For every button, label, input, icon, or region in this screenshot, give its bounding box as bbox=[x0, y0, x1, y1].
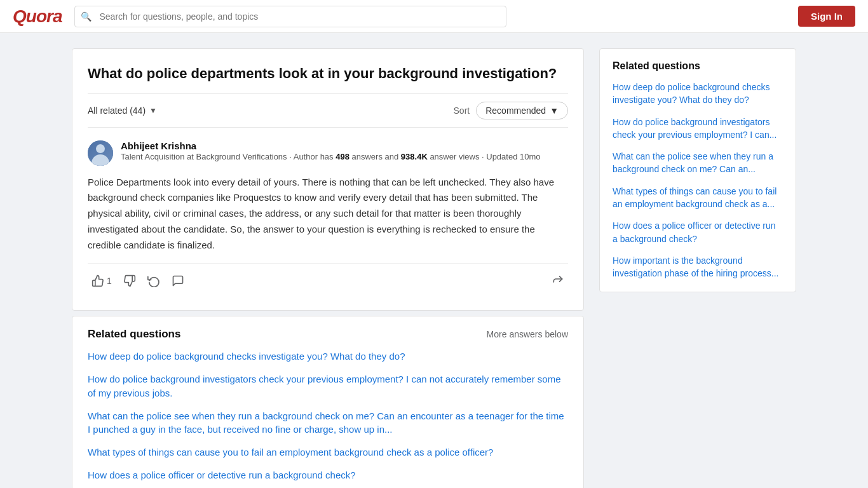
upvote-icon bbox=[92, 274, 104, 287]
share-button[interactable] bbox=[144, 272, 164, 290]
related-question-link[interactable]: What types of things can cause you to fa… bbox=[88, 445, 568, 459]
quora-logo: Quora bbox=[13, 6, 62, 27]
author-bio-mid: answers and bbox=[349, 152, 401, 161]
action-bar: 1 bbox=[88, 263, 568, 297]
author-bio-prefix: Talent Acquisition at Background Verific… bbox=[121, 152, 336, 161]
right-sidebar: Related questions How deep do police bac… bbox=[599, 48, 796, 292]
action-right bbox=[548, 270, 568, 291]
downvote-button[interactable] bbox=[119, 272, 140, 290]
more-answers-label: More answers below bbox=[487, 329, 568, 339]
sidebar-question-link[interactable]: How do police background investigators c… bbox=[613, 116, 783, 142]
question-card: What do police departments look at in yo… bbox=[72, 48, 584, 311]
sidebar-links-list: How deep do police background checks inv… bbox=[613, 81, 783, 280]
recommended-label: Recommended bbox=[485, 105, 546, 116]
sidebar-question-link[interactable]: How deep do police background checks inv… bbox=[613, 81, 783, 107]
author-name[interactable]: Abhijeet Krishna bbox=[121, 140, 568, 151]
chevron-down-icon: ▼ bbox=[550, 105, 559, 116]
sidebar-question-link[interactable]: What types of things can cause you to fa… bbox=[613, 185, 783, 211]
related-inline-card: Related questions More answers below How… bbox=[72, 316, 584, 488]
center-content: What do police departments look at in yo… bbox=[72, 48, 584, 488]
author-answers: 498 bbox=[336, 152, 349, 161]
author-bio-suffix: answer views · Updated 10mo bbox=[428, 152, 541, 161]
avatar bbox=[88, 140, 113, 166]
sidebar-question-link[interactable]: How important is the background investig… bbox=[613, 254, 783, 280]
related-inline-title: Related questions bbox=[88, 328, 180, 341]
related-question-link[interactable]: What can the police see when they run a … bbox=[88, 409, 568, 437]
author-row: Abhijeet Krishna Talent Acquisition at B… bbox=[88, 140, 568, 166]
related-question-link[interactable]: How do police background investigators c… bbox=[88, 372, 568, 400]
forward-button[interactable] bbox=[548, 270, 568, 291]
question-title: What do police departments look at in yo… bbox=[88, 64, 568, 83]
header-right: Sign In bbox=[798, 6, 855, 27]
search-icon: 🔍 bbox=[81, 11, 92, 22]
answer-section: Abhijeet Krishna Talent Acquisition at B… bbox=[88, 127, 568, 311]
related-question-link[interactable]: How does a police officer or detective r… bbox=[88, 468, 568, 482]
sidebar-question-link[interactable]: How does a police officer or detective r… bbox=[613, 219, 783, 245]
search-bar: 🔍 bbox=[74, 6, 506, 27]
chevron-down-icon: ▼ bbox=[149, 106, 157, 115]
forward-icon bbox=[552, 273, 564, 285]
downvote-icon bbox=[123, 274, 136, 287]
author-bio: Talent Acquisition at Background Verific… bbox=[121, 151, 568, 163]
search-input[interactable] bbox=[74, 6, 506, 27]
comment-icon bbox=[172, 274, 184, 287]
main-container: What do police departments look at in yo… bbox=[59, 48, 809, 488]
sidebar-title: Related questions bbox=[613, 60, 783, 72]
action-left: 1 bbox=[88, 272, 188, 290]
comment-button[interactable] bbox=[168, 272, 188, 290]
sort-section: Sort Recommended ▼ bbox=[454, 102, 568, 119]
all-related-label: All related (44) bbox=[88, 105, 146, 116]
sign-in-button[interactable]: Sign In bbox=[798, 6, 855, 27]
sidebar-card: Related questions How deep do police bac… bbox=[599, 48, 796, 292]
recommended-dropdown[interactable]: Recommended ▼ bbox=[476, 102, 568, 119]
related-links-list: How deep do police background checks inv… bbox=[88, 349, 568, 482]
avatar-image bbox=[88, 140, 113, 166]
related-question-link[interactable]: How deep do police background checks inv… bbox=[88, 349, 568, 363]
answer-text: Police Departments look into every detai… bbox=[88, 175, 568, 254]
upvote-count: 1 bbox=[107, 276, 112, 286]
author-info: Abhijeet Krishna Talent Acquisition at B… bbox=[121, 140, 568, 163]
author-views: 938.4K bbox=[401, 152, 428, 161]
sort-label: Sort bbox=[454, 105, 470, 116]
refresh-icon bbox=[147, 274, 160, 287]
sort-bar: All related (44) ▼ Sort Recommended ▼ bbox=[88, 93, 568, 127]
related-header: Related questions More answers below bbox=[88, 328, 568, 341]
header: Quora 🔍 Sign In bbox=[0, 0, 868, 33]
sidebar-question-link[interactable]: What can the police see when they run a … bbox=[613, 150, 783, 176]
upvote-button[interactable]: 1 bbox=[88, 272, 116, 290]
all-related-dropdown[interactable]: All related (44) ▼ bbox=[88, 105, 157, 116]
